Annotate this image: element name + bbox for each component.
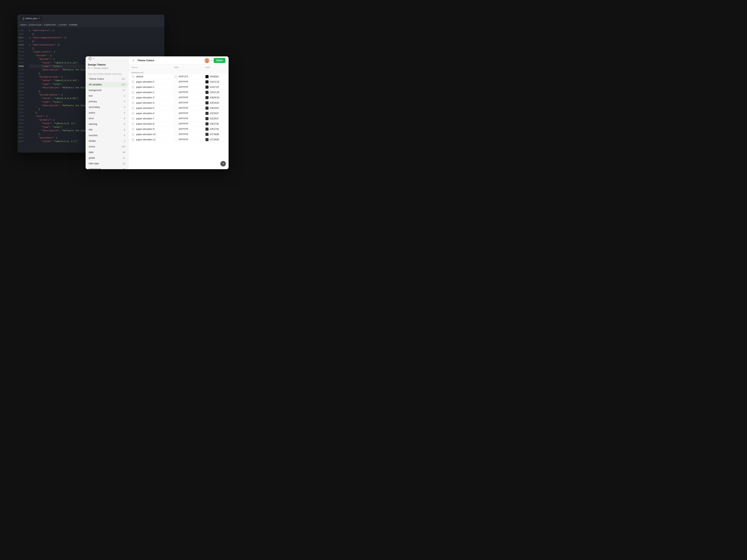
light-color-cell: #FFFFFF — [174, 117, 205, 120]
row-name-paper-elevation-1: paper-elevation-1 — [131, 85, 174, 89]
nav-item-Theme-Colors[interactable]: Theme Colors 322 — [86, 76, 127, 82]
ln-4068: 4068 — [18, 39, 25, 43]
light-color-cell: #F0F1F3 — [174, 75, 205, 78]
nav-label: success — [89, 134, 98, 137]
figma-header: ✕ Theme Colors ▾ Share — [128, 56, 229, 64]
dark-color-cell: #37393B — [205, 138, 229, 141]
dark-color-cell: #2B2E30 — [205, 96, 229, 99]
user-avatar[interactable] — [204, 58, 209, 63]
col-name: Name — [131, 66, 174, 69]
row-name-paper-elevation-10: paper-elevation-10 — [131, 133, 174, 136]
nav-count: 27 — [123, 89, 125, 91]
nav-item-error[interactable]: error 8 — [86, 116, 127, 121]
light-color-cell: #FFFFFF — [174, 133, 205, 136]
col-dark: dark — [205, 66, 229, 69]
ln-4780: 4780 — [18, 50, 25, 54]
expand-icon: ▶ — [29, 36, 31, 39]
svg-marker-1 — [89, 58, 91, 59]
nav-item-rider-type[interactable]: rider-type 18 — [86, 161, 127, 166]
ln-4783: 4783 — [18, 61, 25, 64]
dark-swatch — [205, 107, 209, 110]
token-icon — [131, 101, 135, 104]
nav-count: 3 — [124, 140, 125, 142]
row-name-paper-elevation-7: paper-elevation-7 — [131, 117, 174, 120]
nav-item-secondary[interactable]: secondary 9 — [86, 104, 127, 110]
nav-item-success[interactable]: success 8 — [86, 133, 127, 138]
dark-color-cell: #323537 — [205, 117, 229, 120]
nav-item-component[interactable]: component 22 — [86, 166, 127, 169]
nav-item-info[interactable]: info 9 — [86, 127, 127, 132]
code-line-3946: }, — [29, 32, 161, 36]
row-name-paper-elevation-5: paper-elevation-5 — [131, 107, 174, 110]
nav-item-primary[interactable]: primary 9 — [86, 99, 127, 104]
ln-4787: 4787 — [18, 75, 25, 79]
breadcrumb-tokens: tokens — [20, 24, 26, 26]
table-row: paper-elevation-2 #FFFFFF #292C2E — [128, 90, 229, 95]
figma-table: Name light dark background default #F0F1… — [128, 64, 229, 169]
figma-panel: ▾ Design Tokens 01. ⬡ Design System Coll… — [85, 56, 229, 169]
ln-4786: 4786 — [18, 72, 25, 75]
nav-label: primary — [89, 100, 97, 103]
token-icon — [131, 75, 135, 78]
dark-swatch — [205, 101, 209, 104]
editor-tab[interactable]: {} tokens.json ✕ — [20, 16, 43, 21]
ln-2428: 2428 — [18, 29, 25, 32]
nav-label: warning — [89, 123, 97, 126]
panel-title: Theme Colors — [137, 59, 203, 62]
table-row: paper-elevation-0 #FFFFFF #191C1E — [128, 79, 229, 85]
token-icon — [131, 80, 135, 83]
code-line-4780: "light/colors": { — [29, 50, 161, 54]
nav-item-data[interactable]: data 48 — [86, 150, 127, 155]
light-swatch — [174, 112, 177, 115]
nav-label: grade — [89, 157, 95, 159]
json-icon: {} — [23, 17, 24, 20]
light-color-cell: #FFFFFF — [174, 112, 205, 115]
nav-label: data — [89, 151, 93, 154]
light-swatch — [174, 138, 177, 141]
nav-label: action — [89, 111, 95, 114]
nav-item-text[interactable]: text 3 — [86, 93, 127, 99]
ln-3947: 3947 — [18, 36, 25, 39]
line-numbers: 2428 3946 3947 4068 4069 4779 4780 4781 … — [18, 27, 28, 152]
row-name-paper-elevation-6: paper-elevation-6 — [131, 112, 174, 115]
table-row: paper-elevation-11 #FFFFFF #37393B — [128, 137, 229, 142]
table-rows: default #F0F1F3 #000000 paper-elevation-… — [128, 74, 229, 142]
dark-swatch — [205, 128, 209, 131]
dark-color-cell: #191C1E — [205, 80, 229, 83]
tab-close-button[interactable]: ✕ — [38, 17, 40, 20]
nav-item-background[interactable]: background 27 — [86, 87, 127, 93]
table-row: paper-elevation-5 #FFFFFF #303334 — [128, 106, 229, 111]
nav-label: text — [89, 95, 93, 97]
dark-color-cell: #37393B — [205, 133, 229, 136]
token-icon — [131, 96, 135, 99]
ln-4779: 4779 — [18, 47, 25, 50]
nav-item-grade[interactable]: grade 12 — [86, 155, 127, 161]
plugin-title: Design Tokens — [85, 61, 128, 67]
dark-color-cell: #323537 — [205, 112, 229, 115]
nav-item-action[interactable]: action 8 — [86, 110, 127, 115]
screen: {} tokens.json ✕ tokens › {} tokens.json… — [0, 0, 249, 187]
help-button[interactable]: ? — [221, 161, 226, 166]
light-color-cell: #FFFFFF — [174, 80, 205, 83]
nav-count: 12 — [123, 157, 125, 159]
nav-item-zones[interactable]: zones 120 — [86, 144, 127, 149]
nav-count: 322 — [121, 78, 125, 80]
table-header: Name light dark — [128, 64, 229, 70]
light-color-cell: #FFFFFF — [174, 85, 205, 89]
nav-item-All-variables[interactable]: All variables 322 — [86, 82, 127, 87]
token-icon — [131, 117, 135, 120]
tab-filename: tokens.json — [25, 17, 37, 20]
nav-count: 8 — [124, 117, 125, 119]
close-button[interactable]: ✕ — [131, 58, 135, 62]
nav-item-divider[interactable]: divider 3 — [86, 138, 127, 144]
nav-label: zones — [89, 145, 95, 148]
ln-4797: 4797 — [18, 111, 25, 114]
dark-color-cell: #2E3032 — [205, 101, 229, 104]
share-button[interactable]: Share — [213, 58, 226, 63]
table-row: paper-elevation-4 #FFFFFF #2E3032 — [128, 100, 229, 106]
ln-4793: 4793 — [18, 97, 25, 100]
svg-point-3 — [206, 59, 208, 61]
light-color-cell: #FFFFFF — [174, 138, 205, 141]
nav-item-warning[interactable]: warning 8 — [86, 121, 127, 127]
ln-4805: 4805 — [18, 140, 25, 143]
